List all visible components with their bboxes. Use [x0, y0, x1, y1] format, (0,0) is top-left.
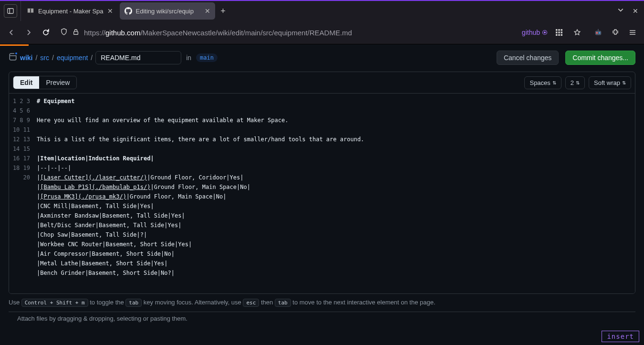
reload-button[interactable] [39, 26, 52, 39]
branch-badge[interactable]: main [196, 53, 218, 62]
browser-tab-active[interactable]: Editing wiki/src/equip ✕ [120, 2, 215, 20]
kbd: tab [125, 299, 142, 307]
tabbar-right: ✕ [617, 7, 644, 15]
new-tab-button[interactable]: + [216, 6, 230, 16]
kbd: Control + Shift + m [21, 299, 88, 307]
svg-point-4 [544, 32, 546, 33]
svg-rect-7 [561, 29, 563, 31]
wrap-select[interactable]: Soft wrap⇅ [589, 76, 631, 89]
github-icon [125, 7, 132, 15]
robot-icon[interactable] [592, 26, 605, 39]
attach-hint[interactable]: Attach files by dragging & dropping, sel… [9, 312, 635, 325]
browser-chrome: Equipment - Maker Spa ✕ Editing wiki/src… [0, 0, 644, 44]
crumb-equipment[interactable]: equipment [57, 54, 88, 62]
container-label: github [522, 29, 548, 36]
bookmark-icon[interactable] [571, 26, 584, 39]
line-numbers: 1 2 3 4 5 6 7 8 9 10 11 12 13 14 15 16 1… [9, 94, 37, 293]
kbd: esc [243, 299, 259, 307]
svg-rect-2 [74, 31, 78, 34]
repo-icon [9, 52, 17, 63]
svg-point-16 [599, 32, 601, 34]
svg-rect-8 [556, 31, 558, 33]
window-close-icon[interactable]: ✕ [633, 7, 638, 15]
browser-tab-inactive[interactable]: Equipment - Maker Spa ✕ [22, 2, 118, 20]
svg-rect-5 [556, 29, 558, 31]
tab-edit[interactable]: Edit [13, 76, 39, 89]
indent-select[interactable]: Spaces⇅ [524, 76, 561, 89]
breadcrumb: wiki / src / equipment / in main Cancel … [9, 51, 635, 65]
svg-point-15 [596, 32, 598, 34]
edit-preview-segment: Edit Preview [13, 76, 77, 89]
filename-input[interactable] [95, 51, 181, 64]
page-content: wiki / src / equipment / in main Cancel … [0, 46, 644, 294]
list-all-tabs-icon[interactable] [617, 7, 624, 15]
keyboard-hint: Use Control + Shift + m to toggle the ta… [0, 294, 644, 310]
code-content[interactable]: # Equipment Here you will find an overvi… [37, 94, 635, 293]
extensions-icon[interactable] [609, 26, 622, 39]
grid-icon[interactable] [552, 26, 566, 39]
commit-button[interactable]: Commit changes... [565, 51, 635, 65]
tab-title: Editing wiki/src/equip [136, 8, 201, 15]
in-label: in [186, 54, 191, 62]
indent-width-select[interactable]: 2⇅ [565, 76, 585, 89]
svg-rect-9 [558, 31, 560, 33]
code-editor[interactable]: 1 2 3 4 5 6 7 8 9 10 11 12 13 14 15 16 1… [9, 93, 635, 293]
nav-bar: https://github.com/MakerSpaceNewcastle/w… [0, 21, 644, 44]
editor-toolbar: Edit Preview Spaces⇅ 2⇅ Soft wrap⇅ [9, 72, 635, 93]
crumb-repo[interactable]: wiki [20, 54, 32, 62]
tab-preview[interactable]: Preview [39, 76, 76, 89]
url-bar[interactable]: https://github.com/MakerSpaceNewcastle/w… [56, 24, 588, 41]
kbd: tab [275, 299, 291, 307]
vim-mode-badge: insert [602, 331, 639, 342]
svg-rect-0 [7, 9, 13, 14]
svg-rect-11 [556, 34, 558, 36]
tab-title: Equipment - Maker Spa [38, 8, 104, 15]
sidebar-toggle-icon[interactable] [4, 4, 17, 18]
svg-rect-17 [598, 29, 599, 31]
svg-rect-12 [558, 34, 560, 36]
lock-icon[interactable] [73, 29, 79, 37]
shield-icon[interactable] [60, 28, 68, 37]
url-text: https://github.com/MakerSpaceNewcastle/w… [84, 29, 517, 37]
cancel-button[interactable]: Cancel changes [497, 51, 559, 65]
close-icon[interactable]: ✕ [205, 7, 210, 15]
close-icon[interactable]: ✕ [107, 7, 113, 15]
book-icon [27, 7, 34, 15]
editor-options: Spaces⇅ 2⇅ Soft wrap⇅ [524, 76, 631, 89]
crumb-src[interactable]: src [40, 54, 49, 62]
svg-rect-10 [561, 31, 563, 33]
hamburger-icon[interactable] [626, 26, 639, 39]
sidebar-toggle-area [0, 1, 21, 21]
svg-rect-6 [558, 29, 560, 31]
forward-button[interactable] [22, 26, 35, 39]
editor-box: Edit Preview Spaces⇅ 2⇅ Soft wrap⇅ 1 2 3… [9, 72, 635, 294]
tab-bar: Equipment - Maker Spa ✕ Editing wiki/src… [0, 0, 644, 21]
svg-rect-13 [561, 34, 563, 36]
back-button[interactable] [5, 26, 18, 39]
